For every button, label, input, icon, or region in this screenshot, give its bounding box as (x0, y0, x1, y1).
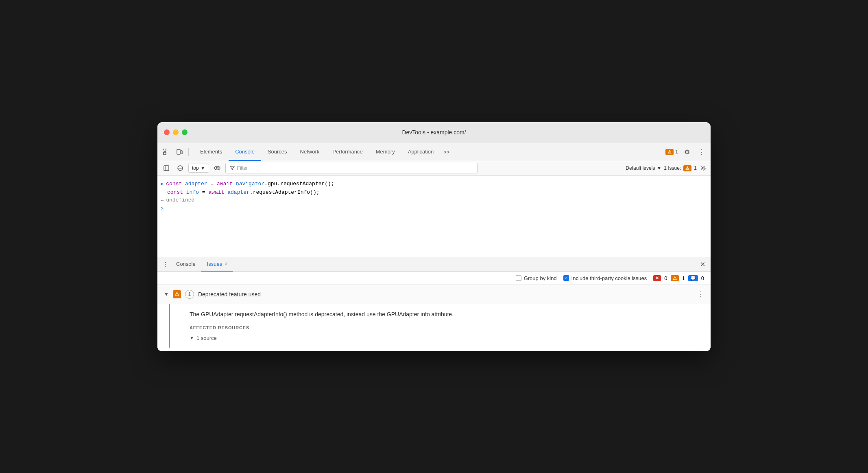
issue-item-deprecated: ▼ ⚠ 1 Deprecated feature used ⋮ The GPUA… (157, 285, 711, 351)
include-third-party-checkbox[interactable]: ✓ (563, 275, 569, 281)
default-levels-selector[interactable]: Default levels ▼ (626, 165, 661, 171)
issue-body: The GPUAdapter requestAdapterInfo() meth… (169, 304, 704, 348)
include-third-party-checkbox-label[interactable]: ✓ Include third-party cookie issues (563, 275, 647, 281)
svg-rect-0 (164, 149, 166, 151)
inspect-icon[interactable] (161, 146, 172, 158)
source-count: 1 source (196, 335, 217, 341)
device-icon[interactable] (174, 146, 185, 158)
console-undefined: undefined (166, 197, 194, 203)
tab-issues[interactable]: Issues × (201, 257, 233, 272)
tab-network[interactable]: Network (294, 143, 326, 161)
group-by-kind-checkbox[interactable] (516, 275, 521, 281)
issue-count-badge: ⚠ (683, 165, 691, 171)
issues-count-display: 1 Issue: ⚠ 1 (664, 165, 697, 171)
warning-badge: ⚠ (665, 149, 674, 155)
more-menu-icon[interactable]: ⋮ (696, 146, 707, 158)
minimize-button[interactable] (173, 129, 179, 135)
more-tabs-button[interactable]: >> (440, 143, 453, 161)
bottom-panel-menu[interactable]: ⋮ (161, 259, 170, 269)
warning-count-badge: ⚠ (671, 275, 679, 281)
devtools-body: Elements Console Sources Network Perform… (157, 143, 711, 351)
bottom-tabs: ⋮ Console Issues × ✕ (157, 257, 711, 272)
issue-badge[interactable]: ⚠ 1 (665, 149, 678, 155)
console-settings-icon[interactable] (699, 164, 707, 172)
source-item[interactable]: ▼ 1 source (190, 335, 698, 341)
tab-performance[interactable]: Performance (326, 143, 369, 161)
sidebar-toggle-icon[interactable] (161, 162, 172, 174)
affected-resources-label: AFFECTED RESOURCES (190, 325, 698, 330)
tab-console[interactable]: Console (229, 143, 261, 161)
console-prompt[interactable]: > (157, 204, 711, 212)
bottom-panel: ⋮ Console Issues × ✕ Group by kind ✓ (157, 257, 711, 351)
toolbar-right: ⚠ 1 ⚙ ⋮ (665, 146, 707, 158)
clear-console-icon[interactable] (174, 162, 186, 174)
console-result: ← undefined (157, 196, 711, 204)
panel-close-button[interactable]: ✕ (698, 259, 707, 269)
issue-header[interactable]: ▼ ⚠ 1 Deprecated feature used ⋮ (157, 285, 711, 304)
filter-icon (230, 166, 235, 171)
filter-input-container[interactable]: Filter (225, 163, 478, 173)
window-controls (164, 129, 188, 135)
console-entry-1-line2: const info = await adapter.requestAdapte… (157, 188, 711, 196)
settings-icon[interactable]: ⚙ (681, 146, 693, 158)
tab-elements[interactable]: Elements (194, 143, 229, 161)
tab-console-bottom[interactable]: Console (170, 257, 201, 272)
error-count-badge: ✕ (653, 275, 661, 281)
issue-description: The GPUAdapter requestAdapterInfo() meth… (190, 310, 698, 319)
info-count: 0 (701, 275, 704, 281)
tab-issues-close[interactable]: × (225, 261, 227, 267)
group-by-kind-checkbox-label[interactable]: Group by kind (516, 275, 557, 281)
filter-placeholder: Filter (237, 165, 473, 171)
error-count: 0 (664, 275, 667, 281)
info-count-badge: 💬 (688, 275, 698, 281)
tab-sources[interactable]: Sources (261, 143, 294, 161)
console-entry-1[interactable]: ▶ const adapter = await navigator.gpu.re… (157, 179, 711, 189)
prompt-arrow: > (161, 206, 164, 212)
eye-icon[interactable] (212, 162, 223, 174)
tab-memory[interactable]: Memory (369, 143, 401, 161)
svg-point-10 (702, 167, 704, 169)
svg-point-9 (216, 167, 218, 169)
svg-rect-3 (181, 151, 182, 154)
result-arrow: ← (161, 198, 164, 204)
svg-rect-2 (177, 149, 180, 154)
context-selector[interactable]: top ▼ (188, 164, 209, 173)
close-button[interactable] (164, 129, 170, 135)
issue-count-circle: 1 (185, 290, 194, 299)
titlebar: DevTools - example.com/ (157, 122, 711, 143)
svg-rect-1 (164, 152, 166, 155)
warning-count: 1 (682, 275, 685, 281)
console-code-1: const adapter = await navigator.gpu.requ… (166, 180, 707, 188)
toolbar-divider (188, 148, 189, 156)
source-chevron: ▼ (190, 335, 194, 340)
issue-badge-count: 1 (675, 149, 678, 155)
issue-title: Deprecated feature used (198, 291, 261, 298)
devtools-window: DevTools - example.com/ Elements (157, 122, 711, 351)
issue-menu-button[interactable]: ⋮ (698, 290, 704, 298)
svg-rect-4 (164, 166, 169, 171)
main-toolbar: Elements Console Sources Network Perform… (157, 143, 711, 161)
tab-application[interactable]: Application (401, 143, 441, 161)
issue-expand-chevron[interactable]: ▼ (164, 291, 169, 297)
maximize-button[interactable] (182, 129, 188, 135)
issue-warning-icon: ⚠ (173, 290, 181, 298)
issues-count-badges: ✕ 0 ⚠ 1 💬 0 (653, 275, 704, 281)
console-output: ▶ const adapter = await navigator.gpu.re… (157, 176, 711, 257)
expand-arrow[interactable]: ▶ (161, 181, 164, 187)
nav-tabs: Elements Console Sources Network Perform… (194, 143, 453, 161)
issues-filter-toolbar: Group by kind ✓ Include third-party cook… (157, 272, 711, 285)
window-title: DevTools - example.com/ (402, 129, 466, 136)
console-toolbar: top ▼ Filter Default levels ▼ 1 Iss (157, 161, 711, 176)
issues-content: ▼ ⚠ 1 Deprecated feature used ⋮ The GPUA… (157, 285, 711, 351)
